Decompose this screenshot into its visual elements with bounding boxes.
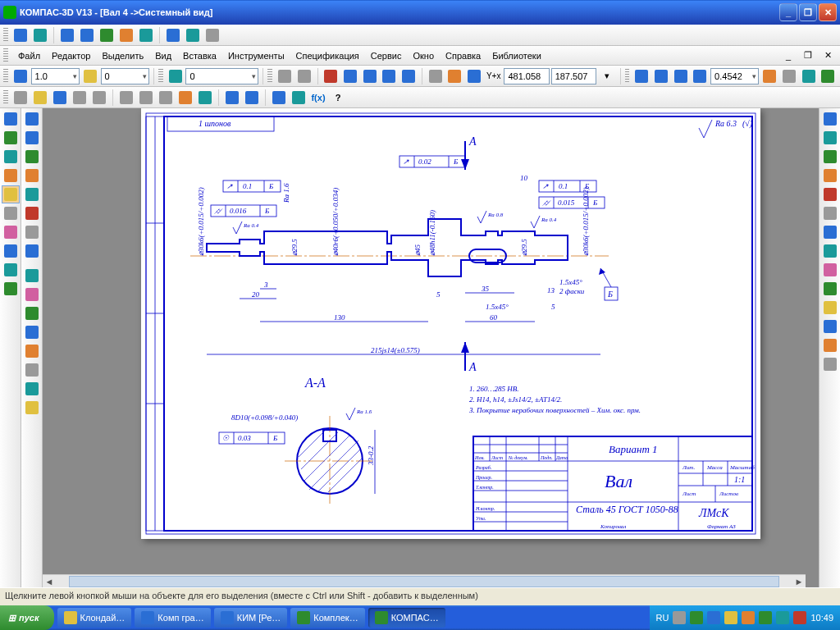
rtool-7[interactable]: [821, 223, 839, 241]
rtool-9[interactable]: [821, 261, 839, 279]
tray-icon[interactable]: [742, 611, 755, 624]
zoom-combo[interactable]: 0.4542: [710, 68, 759, 84]
scale-combo[interactable]: 1.0: [31, 68, 80, 84]
zoom-out-button[interactable]: [652, 67, 670, 85]
tool-9[interactable]: [23, 267, 41, 285]
sel-tab[interactable]: [2, 223, 20, 241]
new-button[interactable]: [11, 89, 30, 107]
spec3-button[interactable]: [203, 26, 221, 44]
tool-2[interactable]: [23, 129, 41, 147]
tool-12[interactable]: [23, 323, 41, 341]
spec1-button[interactable]: [164, 26, 182, 44]
sheet-button[interactable]: [137, 26, 155, 44]
label-tab[interactable]: [2, 148, 20, 166]
rtool-1[interactable]: [821, 110, 839, 128]
fill-button[interactable]: [295, 67, 313, 85]
lib-button[interactable]: [270, 89, 288, 107]
rtool-4[interactable]: [821, 167, 839, 185]
rtool-5[interactable]: [821, 185, 839, 203]
mdi-restore-button[interactable]: ❐: [799, 47, 817, 65]
tool-5[interactable]: [23, 185, 41, 203]
horizontal-scrollbar[interactable]: ◄►: [43, 574, 806, 587]
tree-button[interactable]: [58, 26, 76, 44]
snap4-button[interactable]: [381, 67, 399, 85]
ins-tab[interactable]: [2, 280, 20, 298]
linestyle-combo[interactable]: 0: [185, 68, 258, 84]
menu-edit[interactable]: Редактор: [47, 49, 95, 62]
menu-view[interactable]: Вид: [150, 49, 176, 62]
task-2[interactable]: Комп гра…: [135, 608, 210, 628]
help-button[interactable]: ?: [329, 89, 347, 107]
save-button[interactable]: [51, 89, 69, 107]
refresh-button[interactable]: [819, 67, 837, 85]
tool-4[interactable]: [23, 167, 41, 185]
tool-13[interactable]: [23, 342, 41, 360]
preview-button[interactable]: [90, 89, 108, 107]
snap1-button[interactable]: [322, 67, 340, 85]
rtool-2[interactable]: [821, 129, 839, 147]
rtool-12[interactable]: [821, 317, 839, 336]
zoom-in-button[interactable]: [632, 67, 651, 85]
redraw-button[interactable]: [780, 67, 798, 85]
copy-button[interactable]: [137, 89, 155, 107]
param-tab[interactable]: [2, 185, 20, 203]
zoom-fit-button[interactable]: [672, 67, 690, 85]
hatch-button[interactable]: [276, 67, 294, 85]
open-button[interactable]: [31, 89, 49, 107]
tool-15[interactable]: [23, 380, 41, 398]
tray-icon[interactable]: [776, 611, 789, 624]
ortho-button[interactable]: [446, 67, 464, 85]
rtool-6[interactable]: [821, 204, 839, 222]
fx-button[interactable]: f(x): [309, 89, 327, 107]
snap3-button[interactable]: [361, 67, 379, 85]
print-button[interactable]: [71, 89, 89, 107]
menu-window[interactable]: Окно: [408, 49, 439, 62]
paste-button[interactable]: [157, 89, 175, 107]
tool-8[interactable]: [23, 242, 41, 260]
props2-button[interactable]: [196, 89, 214, 107]
snap2-button[interactable]: [341, 67, 359, 85]
tool-14[interactable]: [23, 361, 41, 379]
menu-select[interactable]: Выделить: [97, 49, 148, 62]
lang-indicator[interactable]: RU: [656, 613, 669, 623]
menu-libs[interactable]: Библиотеки: [487, 49, 546, 62]
task-3[interactable]: КИМ [Ре…: [214, 608, 288, 628]
edit-tab[interactable]: [2, 167, 20, 185]
mdi-min-button[interactable]: _: [779, 47, 797, 65]
rtool-10[interactable]: [821, 280, 839, 298]
var-button[interactable]: [290, 89, 308, 107]
props-button[interactable]: [31, 26, 49, 44]
coord-y-field[interactable]: 187.507: [551, 68, 596, 84]
menu-tools[interactable]: Инструменты: [223, 49, 290, 62]
tray-icon[interactable]: [793, 611, 806, 624]
tray-icon[interactable]: [673, 611, 686, 624]
task-1[interactable]: Клондай…: [57, 608, 132, 628]
regen-button[interactable]: [800, 67, 818, 85]
snap5-button[interactable]: [399, 67, 418, 85]
tray-icon[interactable]: [759, 611, 772, 624]
pan-button[interactable]: [760, 67, 778, 85]
tool-6[interactable]: [23, 204, 41, 222]
tool-7[interactable]: [23, 223, 41, 241]
tool-3[interactable]: [23, 148, 41, 166]
rtool-13[interactable]: [821, 336, 839, 354]
tree2-button[interactable]: [78, 26, 96, 44]
minimize-button[interactable]: _: [779, 3, 797, 21]
task-5[interactable]: КОМПАС…: [368, 608, 445, 628]
menu-service[interactable]: Сервис: [366, 49, 407, 62]
tray-icon[interactable]: [724, 611, 737, 624]
grid-button[interactable]: [427, 67, 445, 85]
new-doc-button[interactable]: [11, 26, 30, 44]
undo-button[interactable]: [223, 89, 241, 107]
rep-tab[interactable]: [2, 261, 20, 279]
redo-button[interactable]: [243, 89, 261, 107]
rtool-11[interactable]: [821, 299, 839, 317]
tray-icon[interactable]: [707, 611, 720, 624]
rtool-14[interactable]: [821, 355, 839, 373]
clock[interactable]: 10:49: [810, 613, 833, 623]
tool-1[interactable]: [23, 110, 41, 128]
spec-tab[interactable]: [2, 242, 20, 260]
start-button[interactable]: ⊞ пуск: [0, 605, 54, 630]
tool-10[interactable]: [23, 285, 41, 304]
menu-insert[interactable]: Вставка: [178, 49, 221, 62]
